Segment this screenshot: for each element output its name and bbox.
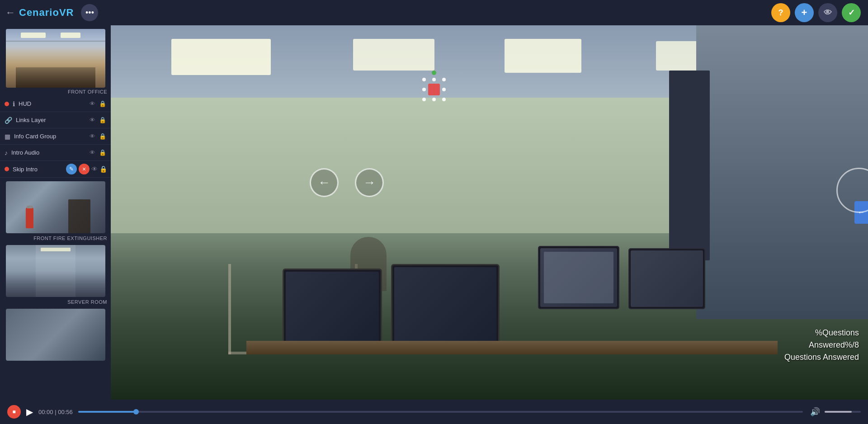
right-room (696, 25, 868, 319)
scene-thumb-front-fire[interactable] (6, 181, 105, 233)
nav-arrow-forward[interactable]: → (355, 168, 384, 197)
preview-button[interactable]: 👁 (818, 3, 837, 22)
hud-lock-btn[interactable]: 🔒 (98, 99, 107, 108)
ceiling-light-2 (353, 39, 434, 71)
viewport[interactable]: ← → ← %Questions Answered%/8 Questions A… (111, 25, 868, 400)
info-card-lock-btn[interactable]: 🔒 (98, 132, 107, 141)
skip-intro-dot (5, 167, 9, 171)
links-actions: 👁 🔒 (89, 116, 107, 124)
skip-intro-delete-btn[interactable]: × (79, 164, 90, 174)
layer-item-intro-audio[interactable]: ♪ Intro Audio 👁 🔒 (0, 145, 111, 161)
layer-item-links[interactable]: 🔗 Links Layer 👁 🔒 (0, 112, 111, 128)
handle-bl[interactable] (422, 98, 426, 101)
skip-intro-name: Skip Intro (13, 166, 66, 173)
scene-label-server-room: SERVER ROOM (0, 298, 111, 306)
progress-fill (78, 411, 136, 413)
ceiling-light-1 (171, 39, 271, 75)
layer-name-links: Links Layer (16, 117, 89, 123)
volume-fill (825, 411, 852, 413)
sidebar: FRONT OFFICE ℹ HUD 👁 🔒 🔗 Links Layer 👁 🔒… (0, 25, 111, 400)
layer-item-hud[interactable]: ℹ HUD 👁 🔒 (0, 96, 111, 112)
layer-item-info-card-group[interactable]: ▦ Info Card Group 👁 🔒 (0, 128, 111, 145)
questions-line1: %Questions (784, 327, 859, 339)
nav-back-icon: ← (318, 175, 330, 190)
intro-audio-icon: ♪ (5, 149, 8, 156)
door-right (669, 71, 710, 260)
handle-tr[interactable] (442, 78, 446, 81)
widget-handle[interactable] (420, 76, 448, 103)
handle-mr[interactable] (442, 88, 446, 91)
bottom-bar: ■ ▶ 00:00 | 00:56 🔊 (0, 400, 868, 424)
handle-tm[interactable] (432, 78, 436, 81)
monitor-4 (628, 248, 705, 309)
menu-button[interactable]: ••• (81, 4, 98, 21)
intro-audio-lock-btn[interactable]: 🔒 (98, 148, 107, 157)
scene-thumb-server-room[interactable] (6, 245, 105, 297)
scene-thumb-4[interactable] (6, 309, 105, 361)
ceiling-light-3 (505, 39, 581, 73)
nav-forward-icon: → (363, 175, 376, 190)
info-card-visibility-btn[interactable]: 👁 (89, 132, 96, 141)
info-card-icon: ▦ (5, 133, 10, 140)
play-button[interactable]: ▶ (26, 406, 33, 417)
progress-dot[interactable] (133, 409, 139, 415)
volume-button[interactable]: 🔊 (810, 407, 820, 417)
hud-dot (5, 102, 9, 106)
scene-label-front-fire: FRONT FIRE EXTINGUISHER (0, 234, 111, 242)
hud-actions: 👁 🔒 (89, 99, 107, 108)
questions-line2: Answered%/8 (784, 339, 859, 351)
info-card-actions: 👁 🔒 (89, 132, 107, 141)
intro-audio-visibility-btn[interactable]: 👁 (89, 148, 96, 157)
stop-button[interactable]: ■ (7, 405, 21, 419)
layer-name-intro-audio: Intro Audio (11, 149, 89, 156)
handle-tl[interactable] (422, 78, 426, 81)
main-layout: FRONT OFFICE ℹ HUD 👁 🔒 🔗 Links Layer 👁 🔒… (0, 25, 868, 400)
questions-overlay: %Questions Answered%/8 Questions Answere… (784, 327, 859, 363)
links-lock-btn[interactable]: 🔒 (98, 116, 107, 124)
volume-track[interactable] (825, 411, 861, 413)
app-logo: CenarioVR (19, 7, 74, 19)
nav-arrow-back[interactable]: ← (310, 168, 339, 197)
time-display: 00:00 | 00:56 (38, 409, 73, 415)
links-visibility-btn[interactable]: 👁 (89, 116, 96, 124)
skip-intro-edit-btn[interactable]: ✎ (66, 164, 77, 174)
hud-icon: ℹ (13, 100, 15, 108)
intro-audio-actions: 👁 🔒 (89, 148, 107, 157)
top-bar-actions: ? + 👁 ✓ (771, 3, 861, 22)
widget-body[interactable] (428, 84, 440, 95)
monitor-2 (391, 264, 500, 348)
add-button[interactable]: + (795, 3, 814, 22)
links-icon: 🔗 (5, 117, 12, 124)
cubicle-divider-1 (228, 264, 231, 354)
skip-intro-visibility-btn[interactable]: 👁 (91, 165, 98, 173)
stop-icon: ■ (12, 409, 15, 415)
monitor-1 (283, 269, 382, 345)
back-button[interactable]: ← (5, 7, 15, 19)
skip-intro-actions: ✎ × 👁 🔒 (66, 164, 107, 174)
save-button[interactable]: ✓ (842, 3, 861, 22)
bottom-bar-right: 🔊 (810, 407, 861, 417)
scene-label-front-office: FRONT OFFICE (0, 88, 111, 96)
layer-item-skip-intro[interactable]: Skip Intro ✎ × 👁 🔒 (0, 161, 111, 178)
layer-name-info-card-group: Info Card Group (14, 133, 89, 140)
progress-track[interactable] (78, 411, 803, 413)
questions-line3: Questions Answered (784, 351, 859, 363)
handle-br[interactable] (442, 98, 446, 101)
layer-name-hud: HUD (19, 100, 89, 107)
help-button[interactable]: ? (771, 3, 790, 22)
hud-visibility-btn[interactable]: 👁 (89, 99, 96, 108)
widget-selected[interactable] (420, 76, 448, 103)
monitor-3 (538, 246, 619, 309)
skip-intro-lock-btn[interactable]: 🔒 (99, 165, 107, 173)
handle-bm[interactable] (432, 98, 436, 101)
handle-ml[interactable] (422, 88, 426, 91)
desk-surface (246, 341, 778, 354)
top-bar: ← CenarioVR ••• ? + 👁 ✓ (0, 0, 868, 25)
rotate-handle[interactable] (432, 71, 436, 75)
scene-thumb-front-office[interactable] (6, 29, 105, 88)
